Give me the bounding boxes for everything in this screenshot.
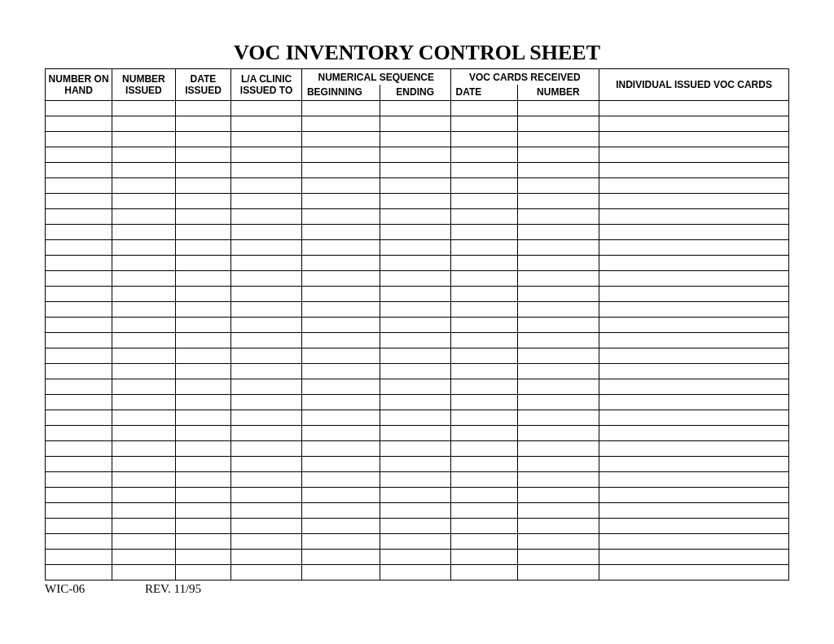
table-cell: [112, 364, 176, 379]
table-cell: [301, 503, 380, 519]
table-cell: [450, 333, 517, 348]
table-row: [46, 318, 789, 333]
table-cell: [175, 116, 230, 132]
table-cell: [450, 101, 517, 116]
table-cell: [46, 565, 112, 580]
table-cell: [517, 225, 599, 240]
table-cell: [301, 147, 380, 163]
table-cell: [231, 503, 302, 519]
table-cell: [175, 333, 230, 348]
table-cell: [175, 318, 230, 333]
table-cell: [112, 194, 176, 209]
table-cell: [599, 302, 789, 318]
table-cell: [175, 472, 230, 488]
table-cell: [46, 163, 112, 178]
table-cell: [231, 132, 302, 147]
table-cell: [301, 550, 380, 565]
table-cell: [380, 163, 450, 178]
table-cell: [301, 379, 380, 395]
table-cell: [517, 163, 599, 178]
table-cell: [450, 178, 517, 194]
table-cell: [301, 488, 380, 503]
table-cell: [517, 426, 599, 441]
table-cell: [517, 256, 599, 271]
table-cell: [46, 426, 112, 441]
table-cell: [517, 379, 599, 395]
table-cell: [517, 348, 599, 364]
table-cell: [517, 287, 599, 302]
table-cell: [380, 565, 450, 580]
table-cell: [380, 194, 450, 209]
table-cell: [175, 178, 230, 194]
table-cell: [175, 565, 230, 580]
table-cell: [450, 410, 517, 426]
table-row: [46, 395, 789, 410]
table-cell: [517, 503, 599, 519]
table-cell: [599, 163, 789, 178]
table-cell: [46, 503, 112, 519]
th-voc-cards-received: VOC CARDS RECEIVED: [450, 69, 599, 85]
th-voc-cards-received-date: DATE: [450, 85, 517, 101]
table-cell: [599, 101, 789, 116]
table-cell: [450, 441, 517, 457]
table-cell: [46, 488, 112, 503]
table-cell: [301, 457, 380, 472]
table-cell: [301, 271, 380, 287]
table-cell: [380, 318, 450, 333]
table-cell: [599, 488, 789, 503]
table-cell: [46, 302, 112, 318]
table-cell: [450, 318, 517, 333]
table-cell: [380, 441, 450, 457]
table-row: [46, 256, 789, 271]
table-cell: [231, 287, 302, 302]
table-cell: [450, 287, 517, 302]
th-number-on-hand: NUMBER ON HAND: [46, 69, 112, 101]
th-numerical-sequence-beginning: BEGINNING: [301, 85, 380, 101]
table-cell: [301, 287, 380, 302]
table-cell: [380, 472, 450, 488]
table-cell: [599, 240, 789, 256]
table-cell: [46, 519, 112, 534]
table-cell: [112, 302, 176, 318]
table-cell: [175, 209, 230, 225]
table-cell: [599, 287, 789, 302]
table-cell: [380, 426, 450, 441]
table-cell: [112, 318, 176, 333]
table-row: [46, 457, 789, 472]
table-cell: [380, 410, 450, 426]
table-cell: [231, 240, 302, 256]
table-cell: [175, 101, 230, 116]
table-cell: [175, 225, 230, 240]
table-cell: [46, 395, 112, 410]
table-cell: [517, 302, 599, 318]
table-cell: [112, 225, 176, 240]
table-cell: [380, 256, 450, 271]
table-cell: [46, 209, 112, 225]
th-numerical-sequence-ending: ENDING: [380, 85, 450, 101]
table-cell: [112, 101, 176, 116]
th-number-issued: NUMBER ISSUED: [112, 69, 176, 101]
table-cell: [112, 132, 176, 147]
table-cell: [231, 194, 302, 209]
table-cell: [599, 519, 789, 534]
table-cell: [599, 472, 789, 488]
table-cell: [380, 101, 450, 116]
table-cell: [231, 116, 302, 132]
table-cell: [112, 147, 176, 163]
table-cell: [46, 101, 112, 116]
table-row: [46, 101, 789, 116]
table-cell: [112, 503, 176, 519]
table-cell: [301, 348, 380, 364]
table-cell: [301, 256, 380, 271]
table-cell: [450, 163, 517, 178]
table-cell: [231, 395, 302, 410]
table-cell: [450, 503, 517, 519]
table-cell: [301, 209, 380, 225]
table-cell: [112, 209, 176, 225]
table-cell: [231, 519, 302, 534]
table-cell: [112, 395, 176, 410]
table-cell: [450, 379, 517, 395]
table-row: [46, 441, 789, 457]
table-cell: [599, 178, 789, 194]
table-cell: [46, 147, 112, 163]
